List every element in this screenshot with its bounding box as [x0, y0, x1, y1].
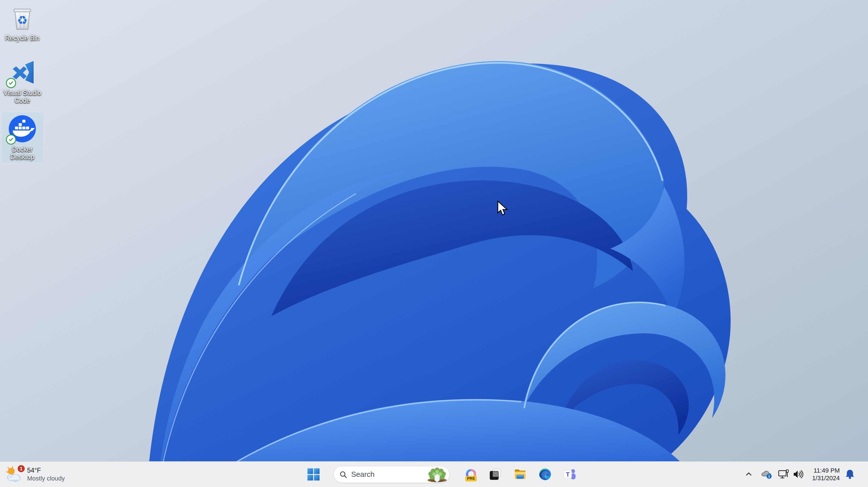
edge-icon [538, 467, 552, 481]
search-icon [339, 470, 347, 479]
copilot-preview-badge: PRE [465, 476, 477, 481]
microsoft-edge-button[interactable] [537, 466, 553, 483]
search-box[interactable] [333, 466, 450, 483]
desktop-icon-docker-desktop[interactable]: Docker Desktop [1, 112, 43, 163]
weather-notification-badge: 1 [17, 464, 25, 473]
tray-onedrive-button[interactable] [760, 466, 774, 483]
svg-text:T: T [566, 471, 570, 478]
clock-time: 11:49 PM [812, 467, 840, 474]
chevron-up-icon [745, 470, 752, 478]
desktop-icon-visual-studio-code[interactable]: Visual Studio Code [1, 55, 43, 107]
desktop-icon-label: Visual Studio Code [1, 89, 43, 107]
desktop-icon-recycle-bin[interactable]: ♻ Recycle Bin [1, 1, 43, 44]
svg-text:♻: ♻ [17, 13, 28, 27]
speaker-volume-icon [793, 469, 804, 479]
weather-icon: 1 [5, 465, 23, 483]
teams-icon: T [563, 467, 577, 481]
weather-condition: Mostly cloudy [27, 475, 65, 482]
mouse-cursor [497, 201, 509, 217]
vscode-icon [8, 58, 37, 87]
bell-icon [845, 469, 855, 480]
file-explorer-icon [514, 467, 527, 481]
recycle-bin-icon: ♻ [8, 3, 37, 32]
search-highlight-peacock-image [425, 466, 450, 483]
clock-date: 1/31/2024 [812, 474, 840, 482]
weather-temperature: 54°F [27, 466, 65, 475]
desktop-wallpaper [0, 0, 868, 487]
widgets-weather-button[interactable]: 1 54°F Mostly cloudy [2, 462, 70, 487]
tray-clock[interactable]: 11:49 PM 1/31/2024 [812, 462, 840, 487]
desktop-icon-label: Docker Desktop [1, 146, 43, 163]
windows-logo-icon [307, 468, 320, 481]
onedrive-cloud-icon [761, 469, 773, 479]
task-view-icon [489, 468, 502, 481]
microsoft-teams-button[interactable]: T [562, 466, 578, 483]
sync-status-badge [6, 78, 16, 88]
tray-show-hidden-icons-button[interactable] [743, 466, 755, 483]
ethernet-network-icon [778, 469, 789, 479]
windows-desktop: ♻ Recycle Bin Visual Studi [0, 0, 868, 487]
file-explorer-button[interactable] [512, 466, 528, 483]
svg-text:1: 1 [20, 466, 22, 472]
sync-status-badge [6, 134, 16, 144]
tray-network-button[interactable] [776, 466, 790, 483]
docker-icon [8, 114, 37, 143]
search-input[interactable] [351, 470, 413, 479]
notification-center-button[interactable] [843, 466, 857, 483]
tray-volume-button[interactable] [791, 466, 805, 483]
bloom-wallpaper-art [0, 0, 868, 487]
start-button[interactable] [305, 466, 321, 483]
taskbar: 1 54°F Mostly cloudy [0, 461, 868, 487]
desktop-icon-label: Recycle Bin [1, 34, 43, 44]
copilot-button[interactable]: PRE [463, 466, 479, 483]
task-view-button[interactable] [487, 466, 503, 483]
